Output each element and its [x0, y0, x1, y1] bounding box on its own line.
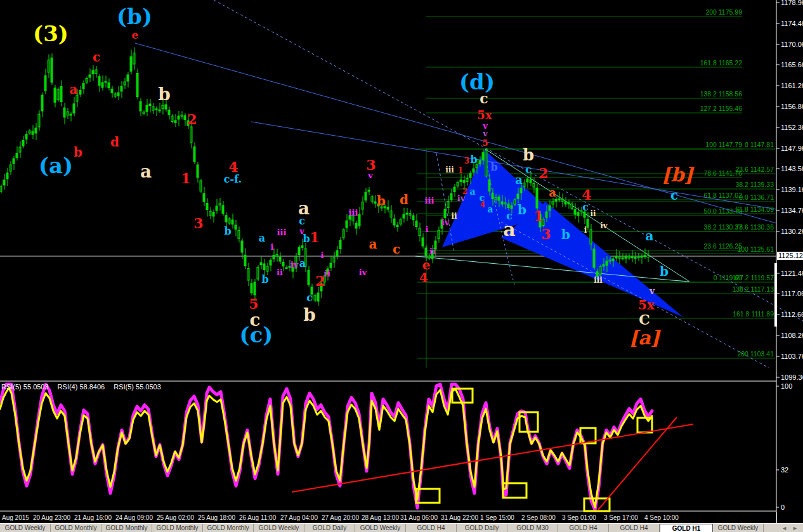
tab-scroll-right-icon[interactable]: ► [792, 525, 798, 531]
wave-label: c [525, 164, 532, 176]
time-axis-label: 20 Aug 23:00 [33, 514, 70, 521]
wave-label: a [70, 82, 78, 97]
wave-label: iii [445, 165, 454, 174]
wave-label: c [249, 309, 260, 330]
wave-label: 1 [310, 229, 319, 245]
wave-label: c [93, 49, 100, 65]
wave-label: d [110, 134, 119, 150]
fib-label: 0 1147.81 [745, 141, 774, 148]
wave-label: ii [324, 269, 330, 278]
tab-gold-h4[interactable]: GOLD H4 [406, 524, 457, 532]
price-axis-label: 1147.96 [781, 145, 803, 152]
wave-label: c [393, 242, 400, 257]
wave-label: b [74, 145, 82, 160]
wave-label: iii [349, 208, 358, 217]
tab-scroll-left-icon[interactable]: ◄ [781, 525, 787, 531]
time-axis-label: 25 Aug 02:00 [157, 514, 194, 521]
price-axis-label: 1178.96 [781, 0, 803, 6]
wave-label: a [549, 186, 556, 199]
chart-tab-bar: GOLD WeeklyGOLD MonthlyGOLD MonthlyGOLD … [0, 523, 803, 532]
fib-label: 38.2 1139.33 [735, 181, 774, 188]
price-axis-label: 1156.86 [781, 103, 803, 110]
tab-gold-daily[interactable]: GOLD Daily [457, 524, 507, 532]
tab-gold-monthly[interactable]: GOLD Monthly [101, 524, 152, 532]
time-axis-label: 3 Sep 01:00 [562, 514, 596, 521]
tab-gold-weekly[interactable]: GOLD Weekly [0, 524, 51, 532]
wave-label: i [426, 224, 429, 234]
rsi-line-magenta [0, 384, 652, 510]
wave-label: a [646, 228, 654, 243]
wave-label: d [400, 192, 408, 207]
tab-gold-h1[interactable]: GOLD H1 [660, 524, 713, 532]
time-axis-label: 27 Aug 20:00 [322, 514, 359, 521]
price-axis-label: 1121.46 [781, 269, 803, 277]
tab-gold-monthly[interactable]: GOLD Monthly [203, 524, 254, 532]
tab-gold-daily[interactable]: GOLD Daily [304, 524, 355, 532]
wave-label: (a) [39, 153, 73, 178]
wave-label: ii [277, 268, 283, 277]
wave-label: b [303, 233, 310, 245]
time-axis[interactable]: Aug 201520 Aug 23:0021 Aug 16:0024 Aug 0… [0, 512, 803, 523]
wave-label: (3) [33, 21, 69, 46]
rsi-indicator-readout: RSI(5) 55.0503RSI(4) 58.8406RSI(5) 55.05… [1, 383, 170, 391]
tab-gold-weekly[interactable]: GOLD Weekly [254, 524, 304, 532]
tab-scroll-arrows: ◄ ► [776, 524, 803, 532]
main-chart-surface[interactable]: 200 1175.99161.8 1165.22138.2 1158.56127… [0, 0, 803, 512]
fib-label: 61.8 1134.09 [735, 205, 774, 213]
wave-label: [a] [629, 327, 662, 349]
trendline [135, 43, 776, 223]
wave-label: ii [429, 247, 436, 256]
wave-label: b [470, 153, 477, 165]
time-axis-label: 21 Aug 16:00 [74, 514, 112, 521]
rsi-scale-label: 32 [781, 466, 788, 474]
price-axis-label: 1143.56 [781, 165, 803, 172]
wave-label: (b) [117, 4, 152, 29]
price-axis-label: 1112.66 [781, 311, 803, 318]
wave-label: v [367, 171, 373, 180]
wave-label: a [299, 257, 306, 269]
wave-label: iv [441, 217, 450, 227]
price-axis-label: 1161.26 [781, 82, 803, 89]
time-axis-label: 25 Aug 18:00 [198, 514, 235, 521]
rsi-value-3: RSI(5) 55.0503 [114, 383, 161, 391]
tab-gold-monthly[interactable]: GOLD Monthly [152, 524, 203, 532]
fib-label: 100 1125.61 [737, 245, 774, 253]
time-axis-label: 31 Aug 06:00 [400, 514, 438, 521]
wave-label: 2 [539, 165, 548, 181]
price-axis-label: 1134.76 [781, 207, 803, 214]
wave-label: b [523, 145, 534, 164]
wave-label: c [506, 210, 512, 222]
tab-gold-weekly[interactable]: GOLD Weekly [355, 524, 406, 532]
wave-label: b [303, 304, 316, 325]
wave-label: a [259, 232, 265, 244]
tab-gold-monthly[interactable]: GOLD Monthly [51, 524, 101, 532]
rsi-panel[interactable]: 100320 [0, 382, 792, 511]
wave-label: a [369, 237, 377, 252]
time-axis-label: 28 Aug 13:00 [362, 514, 399, 521]
tab-gold-h4[interactable]: GOLD H4 [609, 524, 660, 532]
tab-gold-m30[interactable]: GOLD M30 [507, 524, 558, 532]
wave-label: i [271, 242, 274, 252]
wave-label: i [321, 250, 324, 260]
wave-label: 3 [541, 226, 551, 242]
time-axis-label: 24 Aug 09:00 [115, 514, 153, 521]
time-axis-label: 26 Aug 11:00 [239, 514, 276, 521]
wave-label: c-f. [224, 173, 242, 185]
tab-gold-weekly[interactable]: GOLD Weekly [713, 524, 764, 532]
tab-gold-h4[interactable]: GOLD H4 [558, 524, 609, 532]
time-axis-label: 4 Sep 10:00 [644, 514, 679, 521]
price-axis-label: 1152.36 [781, 124, 803, 131]
rsi-scale-label: 100 [781, 382, 792, 390]
axis-scale-thumb[interactable] [774, 263, 777, 327]
wave-label: c [480, 90, 488, 107]
candles [0, 48, 649, 306]
wave-label: C [639, 311, 650, 328]
wave-label: c [299, 215, 305, 227]
wave-label: iii [277, 228, 287, 237]
wave-label: b [518, 202, 526, 217]
wave-label: a [487, 204, 493, 214]
time-axis-label: 27 Aug 04:00 [280, 514, 318, 521]
wave-label: c [480, 193, 485, 203]
wave-label: 5x [638, 297, 655, 313]
wave-label: 4 [419, 270, 428, 285]
